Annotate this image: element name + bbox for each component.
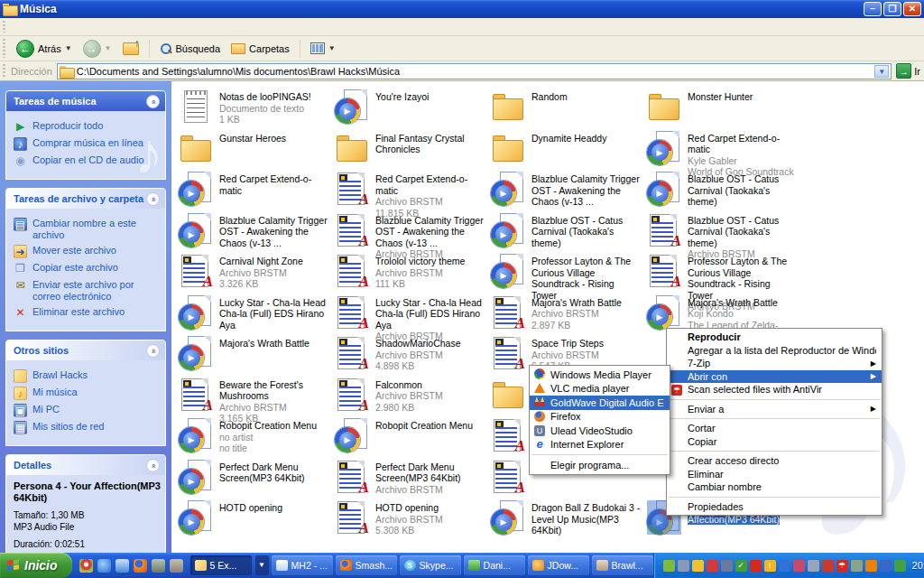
minimize-button[interactable]: –: [864, 2, 882, 16]
file-tile-professor-layton-the-curious-vil[interactable]: AProfessor Layton & The Curious Village …: [647, 253, 803, 294]
file-tile-blazblue-calamity-trigger-ost-aw[interactable]: ABlazblue Calamity Trigger OST - Awakeni…: [335, 212, 491, 254]
file-tile-blazblue-calamity-trigger-ost-aw[interactable]: ▶Blazblue Calamity Trigger OST - Awakeni…: [179, 212, 335, 254]
panel-header-other-places[interactable]: Otros sitios»: [6, 340, 165, 360]
tray-display-icon[interactable]: [678, 560, 689, 572]
sidebar-item-eliminar-este-archivo[interactable]: ✕Eliminar este archivo: [14, 306, 162, 320]
context-menu-item-enviar-a[interactable]: Enviar a▶: [667, 403, 882, 416]
file-tile-you-re-izayoi[interactable]: ▶You're Izayoi: [335, 89, 491, 130]
quick-launch-chrome-icon[interactable]: [79, 559, 93, 573]
forward-button[interactable]: → ▼: [78, 38, 117, 60]
sidebar-item-mi-pc[interactable]: ▣Mi PC: [14, 404, 162, 417]
context-menu-item-7-zip[interactable]: 7-Zip▶: [667, 357, 882, 370]
address-input[interactable]: C:\Documents and Settings\alumno\Mis doc…: [57, 63, 892, 79]
file-tile-perfect-dark-menu-screen-mp3-64k[interactable]: ▶Perfect Dark Menu Screen(MP3 64Kbit): [179, 459, 335, 500]
task-button-jdow[interactable]: JDow...: [528, 555, 589, 575]
sidebar-item-copiar-este-archivo[interactable]: ❐Copiar este archivo: [14, 262, 162, 275]
task-button-brawl[interactable]: Brawl...: [592, 555, 653, 575]
open-with-item-elegir-programa[interactable]: Elegir programa...: [530, 458, 670, 472]
sidebar-item-copiar-en-el-cd-de-audio[interactable]: ◉Copiar en el CD de audio: [14, 154, 162, 168]
close-button[interactable]: ✕: [903, 2, 921, 16]
file-tile-trololol-victory-theme[interactable]: ATrololol victory themeArchivo BRSTM111 …: [335, 253, 491, 294]
quick-launch-app-icon[interactable]: [170, 559, 183, 573]
tray-shield-ok-icon[interactable]: ✓: [735, 560, 747, 572]
collapse-chevron-icon[interactable]: »: [146, 95, 160, 108]
context-menu-item-abrir-con[interactable]: Abrir con▶: [667, 370, 882, 384]
context-menu-item-agregar-a-la-lista-del-reproduct[interactable]: Agregar a la lista del Reproductor de Wi…: [667, 344, 882, 358]
open-with-item-vlc-media-player[interactable]: VLC media player: [530, 382, 670, 396]
file-tile-final-fantasy-crystal-chronicles[interactable]: Final Fantasy Crystal Chronicles: [335, 130, 491, 172]
tray-book-icon[interactable]: [822, 560, 834, 572]
collapse-chevron-icon[interactable]: »: [146, 344, 160, 358]
sidebar-item-mi-m-sica[interactable]: ♪Mi música: [14, 387, 162, 400]
file-tile-monster-hunter[interactable]: Monster Hunter: [647, 89, 803, 130]
file-tile-dragon-ball-z-budokai-3-level-up[interactable]: ▶Dragon Ball Z Budokai 3 - Level Up Musi…: [491, 499, 647, 541]
quick-launch-firefox-icon[interactable]: [134, 559, 147, 573]
file-tile-random[interactable]: Random: [491, 89, 647, 130]
sidebar-item-comprar-m-sica-en-l-nea[interactable]: ♪Comprar música en línea: [14, 137, 162, 151]
address-dropdown-icon[interactable]: ▼: [874, 65, 889, 78]
tray-monitor-icon[interactable]: [721, 560, 733, 572]
file-tile-majora-s-wrath-battle[interactable]: AMajora's Wrath BattleArchivo BRSTM2.897…: [491, 294, 647, 336]
file-tile-shadowmariochase[interactable]: AShadowMarioChaseArchivo BRSTM4.898 KB: [335, 335, 491, 377]
task-group-arrow-icon[interactable]: ▼: [255, 555, 269, 575]
quick-launch-ie-icon[interactable]: [97, 559, 111, 573]
tray-tool-icon[interactable]: [851, 560, 863, 572]
panel-header-music-tasks[interactable]: ♪Tareas de música»: [6, 91, 165, 111]
tray-sync-icon[interactable]: [808, 560, 819, 572]
tray-messenger-tray-icon[interactable]: [880, 560, 892, 572]
file-tile-dynamite-headdy[interactable]: Dynamite Headdy: [491, 130, 647, 172]
context-menu-item-scan-selected-files-with-antivir[interactable]: ☂Scan selected files with AntiVir: [667, 383, 882, 396]
quick-launch-gimp-icon[interactable]: [152, 559, 165, 573]
context-menu-item-crear-acceso-directo[interactable]: Crear acceso directo: [667, 454, 882, 468]
start-button[interactable]: Inicio: [0, 553, 72, 578]
open-with-item-goldwave-digital-audio-editor[interactable]: GoldWave Digital Audio Editor: [530, 396, 670, 410]
panel-header-details[interactable]: Detalles»: [6, 455, 165, 475]
views-button[interactable]: ▼: [305, 41, 341, 56]
file-tile-red-carpet-extend-o-matic[interactable]: ▶Red Carpet Extend-o-maticKyle GablerWor…: [647, 130, 803, 172]
task-button-skype[interactable]: SSkype...: [400, 555, 461, 575]
tray-java-icon[interactable]: [865, 560, 877, 572]
tray-adobe-icon[interactable]: [750, 560, 762, 572]
tray-network-icon[interactable]: [779, 560, 790, 572]
restore-button[interactable]: ❐: [883, 2, 901, 16]
tray-media-icon[interactable]: [894, 560, 906, 572]
context-menu-item-eliminar[interactable]: Eliminar: [667, 468, 882, 481]
tray-alert-shield-icon[interactable]: !: [764, 560, 776, 572]
file-tile-lucky-star-cha-la-head-cha-la-fu[interactable]: ▶Lucky Star - Cha-la Head Cha-la (Full) …: [179, 294, 335, 336]
sidebar-item-cambiar-nombre-a-este-archivo[interactable]: ▤Cambiar nombre a este archivo: [14, 218, 162, 241]
search-button[interactable]: Búsqueda: [154, 41, 226, 57]
tray-antivir-umbrella-icon[interactable]: ☂: [836, 560, 848, 572]
context-menu-item-reproducir[interactable]: Reproducir: [667, 331, 882, 344]
open-with-item-ulead-videostudio[interactable]: UUlead VideoStudio: [530, 424, 670, 438]
file-tile-robopit-creation-menu[interactable]: ▶Robopit Creation Menu: [335, 417, 491, 459]
file-tile-majora-s-wrath-battle[interactable]: ▶Majora's Wrath Battle: [179, 335, 335, 377]
file-tile-blazblue-ost-catus-carnival-taok[interactable]: ABlazblue OST - Catus Carnival (Taokaka'…: [647, 212, 803, 254]
file-tile-carnival-night-zone[interactable]: ACarnival Night ZoneArchivo BRSTM3.326 K…: [179, 253, 335, 294]
task-button-smash[interactable]: Smash...: [336, 555, 397, 575]
tray-usb-icon[interactable]: [663, 560, 675, 572]
file-tile-blazblue-ost-catus-carnival-taok[interactable]: ▶Blazblue OST - Catus Carnival (Taokaka'…: [647, 171, 803, 212]
back-button[interactable]: ← Atrás ▼: [11, 38, 78, 60]
sidebar-item-brawl-hacks[interactable]: Brawl Hacks: [14, 369, 162, 383]
file-tile-red-carpet-extend-o-matic[interactable]: ▶Red Carpet Extend-o-matic: [179, 171, 335, 212]
go-button[interactable]: → Ir: [896, 63, 920, 79]
sidebar-item-enviar-este-archivo-por-correo-e[interactable]: ✉Enviar este archivo por correo electrón…: [14, 279, 162, 303]
quick-launch-messenger-icon[interactable]: [116, 559, 129, 573]
file-tile-lucky-star-cha-la-head-cha-la-fu[interactable]: ALucky Star - Cha-la Head Cha-la (Full) …: [335, 294, 491, 336]
task-button-5-ex[interactable]: 5 Ex...: [190, 555, 252, 575]
up-button[interactable]: [117, 41, 144, 57]
context-menu-item-cambiar-nombre[interactable]: Cambiar nombre: [667, 480, 882, 494]
file-tile-blazblue-calamity-trigger-ost-aw[interactable]: ▶Blazblue Calamity Trigger OST - Awakeni…: [491, 171, 647, 212]
file-tile-notas-de-loopingas[interactable]: Notas de looPINGAS!Documento de texto1 K…: [179, 89, 335, 130]
tray-chrome-icon[interactable]: [692, 560, 704, 572]
tray-agent-icon[interactable]: [707, 560, 718, 572]
file-tile-beware-the-forest-s-mushrooms[interactable]: ABeware the Forest's MushroomsArchivo BR…: [179, 377, 335, 418]
context-menu-item-cortar[interactable]: Cortar: [667, 422, 882, 435]
file-tile-robopit-creation-menu[interactable]: ▶Robopit Creation Menuno artistno title: [179, 417, 335, 459]
sidebar-item-mis-sitios-de-red[interactable]: ▦Mis sitios de red: [14, 421, 162, 434]
file-tile-red-carpet-extend-o-matic[interactable]: ARed Carpet Extend-o-maticArchivo BRSTM1…: [335, 171, 491, 212]
file-tile-blazblue-ost-catus-carnival-taok[interactable]: ▶Blazblue OST - Catus Carnival (Taokaka'…: [491, 212, 647, 254]
task-button-dani[interactable]: Dani...: [464, 555, 525, 575]
sidebar-item-mover-este-archivo[interactable]: ➜Mover este archivo: [14, 245, 162, 258]
folders-button[interactable]: Carpetas: [226, 42, 295, 56]
